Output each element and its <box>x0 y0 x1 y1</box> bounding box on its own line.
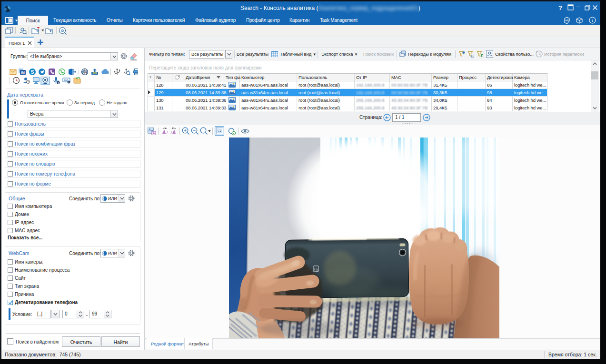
svg-text:API: API <box>565 19 569 22</box>
svg-text:i: i <box>592 18 593 23</box>
svg-text:ID: ID <box>61 29 64 32</box>
svg-text:IM: IM <box>21 71 25 74</box>
svg-text:FTP: FTP <box>93 72 97 75</box>
svg-text:HTTP: HTTP <box>82 71 87 73</box>
svg-text:S: S <box>31 69 34 75</box>
